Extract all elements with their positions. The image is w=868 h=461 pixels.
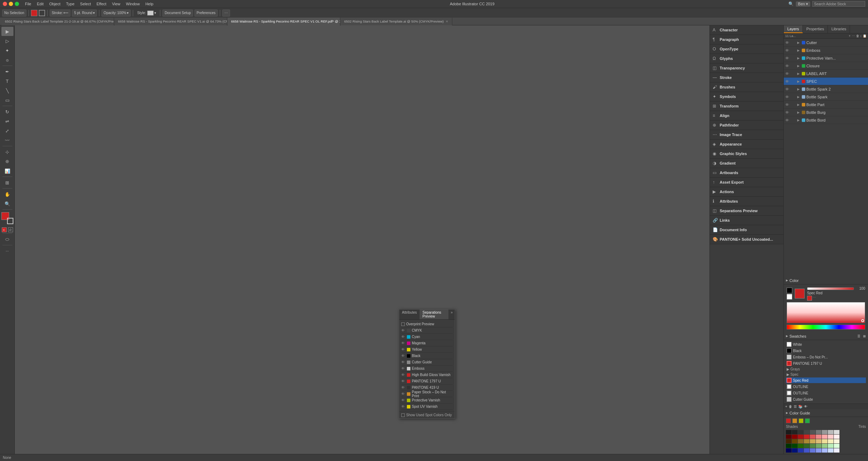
fp-eye-yellow[interactable]: 👁 bbox=[401, 348, 405, 351]
fp-tab-separations[interactable]: Separations Preview bbox=[420, 309, 448, 319]
zoom-tool[interactable]: 🔍 bbox=[1, 199, 13, 208]
artboard-tool[interactable]: ⊞ bbox=[1, 178, 13, 187]
swatches-options-button2[interactable]: ☰ bbox=[794, 405, 797, 408]
fp-eye-p1797[interactable]: 👁 bbox=[401, 379, 405, 383]
layer-eye-bottle-part[interactable]: 👁 bbox=[785, 103, 790, 107]
shade-cell[interactable] bbox=[810, 448, 816, 453]
shade-cell[interactable] bbox=[810, 435, 816, 439]
shade-cell[interactable] bbox=[822, 439, 827, 443]
shade-cell[interactable] bbox=[810, 430, 816, 434]
hue-slider[interactable] bbox=[787, 325, 865, 330]
layer-item-bottle-bord[interactable]: 👁 ▶ Bottle Bord bbox=[784, 116, 868, 124]
pathfinder-section-header[interactable]: ⊕ Pathfinder bbox=[710, 121, 783, 130]
pen-tool[interactable]: ✒ bbox=[1, 67, 13, 76]
swatch-pantone-row[interactable]: PANTONE 1797 U bbox=[786, 361, 866, 366]
layer-eye-bottle-spark-2[interactable]: 👁 bbox=[785, 87, 790, 91]
shade-cell[interactable] bbox=[798, 448, 804, 453]
layer-arrow-spec[interactable]: ▶ bbox=[797, 80, 801, 83]
layer-arrow-protective-varn[interactable]: ▶ bbox=[797, 56, 801, 60]
minimize-window-button[interactable] bbox=[9, 2, 13, 6]
stroke-color-indicator[interactable] bbox=[7, 218, 13, 224]
color-picker-area[interactable] bbox=[787, 302, 865, 323]
selection-tool-label[interactable]: No Selection bbox=[2, 10, 26, 17]
fp-eye-hbgv[interactable]: 👁 bbox=[401, 373, 405, 377]
character-section-header[interactable]: A Character bbox=[710, 25, 783, 35]
style-preview[interactable] bbox=[147, 11, 154, 16]
fp-eye-paper[interactable]: 👁 bbox=[401, 392, 405, 396]
fp-eye-cutter[interactable]: 👁 bbox=[401, 360, 405, 364]
shade-cell[interactable] bbox=[804, 435, 810, 439]
shade-cell[interactable] bbox=[804, 448, 810, 453]
shade-cell[interactable] bbox=[828, 444, 833, 448]
shade-cell[interactable] bbox=[816, 444, 822, 448]
swatch-outline[interactable] bbox=[787, 384, 792, 389]
fp-eye-pv[interactable]: 👁 bbox=[401, 398, 405, 402]
shade-cell[interactable] bbox=[798, 444, 804, 448]
document-setup-button[interactable]: Document Setup bbox=[162, 10, 193, 17]
swatch-outline2[interactable] bbox=[787, 391, 792, 395]
layer-arrow-bottle-spark[interactable]: ▶ bbox=[797, 95, 801, 99]
panel-tab-properties[interactable]: Properties bbox=[803, 25, 828, 33]
menu-file[interactable]: File bbox=[23, 1, 34, 7]
glyphs-section-header[interactable]: Ω Glyphs bbox=[710, 54, 783, 63]
shade-cell[interactable] bbox=[822, 430, 827, 434]
layer-eye-bottle-spark[interactable]: 👁 bbox=[785, 95, 790, 99]
fp-magenta-row[interactable]: 👁 Magenta bbox=[401, 340, 453, 346]
fp-eye-black[interactable]: 👁 bbox=[401, 354, 405, 358]
shade-cell[interactable] bbox=[786, 439, 792, 443]
artboards-section-header[interactable]: ▭ Artboards bbox=[710, 168, 783, 177]
tab-1[interactable]: 6658 Waitrose RS - Sparkling Pecorino RE… bbox=[114, 18, 227, 25]
layers-options-button[interactable]: ⋯ bbox=[852, 34, 855, 38]
swatch-group-grays[interactable]: ▶ Grays bbox=[786, 367, 866, 371]
swatch-pantone[interactable] bbox=[787, 361, 792, 366]
pantone-section-header[interactable]: 🎨 PANTONE+ Solid Uncoated... bbox=[710, 235, 783, 244]
swatch-white-row[interactable]: White bbox=[786, 342, 866, 347]
color-big-swatch[interactable] bbox=[795, 289, 805, 299]
layer-item-bottle-part[interactable]: 👁 ▶ Bottle Part bbox=[784, 101, 868, 109]
shade-cell[interactable] bbox=[810, 444, 816, 448]
lasso-tool[interactable]: ⌾ bbox=[1, 55, 13, 64]
type-tool[interactable]: T bbox=[1, 76, 13, 86]
shade-cell[interactable] bbox=[792, 435, 798, 439]
layer-arrow-bottle-bord[interactable]: ▶ bbox=[797, 118, 801, 122]
tab-0[interactable]: 6502 Rising Stars Back Label Template 21… bbox=[1, 18, 114, 25]
swatch-spec-red[interactable] bbox=[787, 378, 792, 383]
layer-arrow-bottle-burg[interactable]: ▶ bbox=[797, 111, 801, 114]
shade-cell[interactable] bbox=[822, 435, 827, 439]
fp-eye-cmyk[interactable]: 👁 bbox=[401, 328, 405, 332]
layer-item-bottle-spark[interactable]: 👁 ▶ Bottle Spark bbox=[784, 93, 868, 101]
fill-color-box[interactable] bbox=[31, 10, 37, 16]
shade-cell[interactable] bbox=[834, 448, 839, 453]
color-mode-button[interactable]: C bbox=[2, 227, 7, 232]
layer-eye-emboss[interactable]: 👁 bbox=[785, 48, 790, 53]
shade-cell[interactable] bbox=[828, 439, 833, 443]
shade-cell[interactable] bbox=[822, 444, 827, 448]
swatch-black-row[interactable]: Black bbox=[786, 348, 866, 354]
color-black-box[interactable] bbox=[787, 288, 792, 293]
align-section-header[interactable]: ≡ Align bbox=[710, 111, 783, 120]
color-small-swatch[interactable] bbox=[807, 296, 812, 301]
swatches-show-button[interactable]: 👁 bbox=[804, 405, 807, 408]
layers-trash-button[interactable]: 🗑 bbox=[856, 34, 859, 38]
panel-tab-libraries[interactable]: Libraries bbox=[828, 25, 850, 33]
swatches-options-icon[interactable]: ☰ bbox=[857, 334, 860, 338]
fp-black-row[interactable]: 👁 Black bbox=[401, 353, 453, 359]
cg-swatch-3[interactable] bbox=[805, 418, 810, 423]
layer-eye-label-art[interactable]: 👁 bbox=[785, 72, 790, 76]
stroke-selector[interactable]: Stroke: ⟵ bbox=[50, 10, 71, 17]
layer-item-label-art[interactable]: 👁 ▶ LABEL ART bbox=[784, 70, 868, 78]
fp-cmyk-row[interactable]: 👁 CMYK bbox=[401, 327, 453, 334]
shade-cell[interactable] bbox=[792, 430, 798, 434]
shade-cell[interactable] bbox=[828, 448, 833, 453]
layer-item-cutter[interactable]: 👁 ▶ Cutter bbox=[784, 39, 868, 47]
fp-show-used-checkbox[interactable] bbox=[401, 413, 405, 417]
shade-cell[interactable] bbox=[828, 435, 833, 439]
stroke-size-selector[interactable]: 5 pt. Round ▾ bbox=[72, 10, 97, 17]
symbol-sprayer-tool[interactable]: ❊ bbox=[1, 157, 13, 166]
shade-cell[interactable] bbox=[786, 448, 792, 453]
menu-type[interactable]: Type bbox=[64, 1, 77, 7]
shade-cell[interactable] bbox=[798, 439, 804, 443]
symbols-section-header[interactable]: ✦ Symbols bbox=[710, 92, 783, 101]
color-guide-header[interactable]: ▶ Color Guide bbox=[784, 409, 868, 417]
appearance-section-header[interactable]: ◈ Appearance bbox=[710, 140, 783, 149]
